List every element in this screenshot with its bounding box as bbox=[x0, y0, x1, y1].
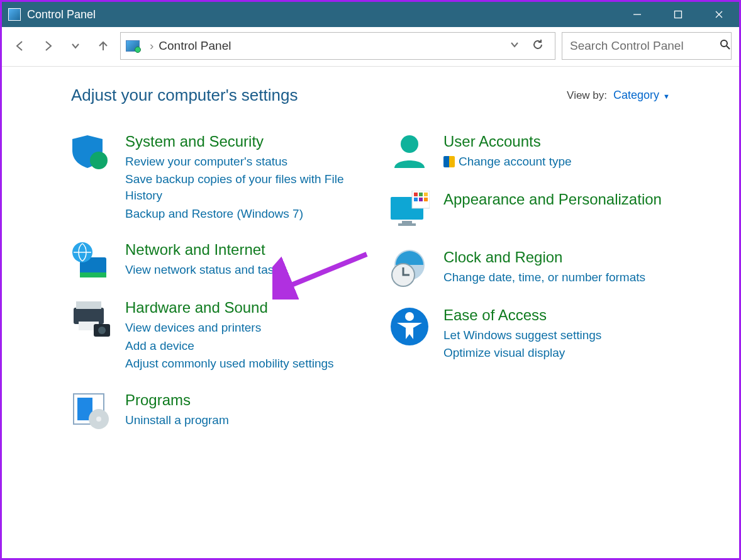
user-accounts-category: User Accounts Change account type bbox=[389, 133, 670, 173]
shield-security-icon bbox=[71, 133, 111, 173]
svg-rect-8 bbox=[80, 272, 106, 277]
search-box[interactable] bbox=[562, 32, 732, 60]
search-input[interactable] bbox=[570, 39, 719, 53]
title-bar: Control Panel bbox=[2, 2, 739, 27]
hardware-and-sound-title[interactable]: Hardware and Sound bbox=[125, 299, 334, 317]
save-backup-file-history-link[interactable]: Save backup copies of your files with Fi… bbox=[125, 171, 352, 203]
network-and-internet-title[interactable]: Network and Internet bbox=[125, 241, 286, 259]
close-button[interactable] bbox=[698, 2, 739, 27]
backup-and-restore-link[interactable]: Backup and Restore (Windows 7) bbox=[125, 206, 352, 222]
clock-and-region-title[interactable]: Clock and Region bbox=[443, 249, 645, 267]
svg-point-4 bbox=[721, 40, 727, 47]
toolbar: › Control Panel bbox=[2, 27, 739, 67]
breadcrumb-separator-icon: › bbox=[150, 39, 153, 53]
printer-camera-icon bbox=[71, 299, 111, 339]
svg-rect-24 bbox=[414, 193, 418, 196]
control-panel-app-icon bbox=[8, 8, 21, 21]
up-button[interactable] bbox=[92, 35, 114, 57]
let-windows-suggest-settings-link[interactable]: Let Windows suggest settings bbox=[443, 327, 601, 344]
address-bar[interactable]: › Control Panel bbox=[120, 32, 555, 60]
recent-locations-button[interactable] bbox=[65, 35, 86, 57]
forward-button[interactable] bbox=[37, 35, 58, 57]
svg-rect-1 bbox=[674, 11, 681, 18]
ease-of-access-icon bbox=[389, 306, 430, 347]
adjust-mobility-settings-link[interactable]: Adjust commonly used mobility settings bbox=[125, 356, 334, 372]
svg-rect-11 bbox=[76, 301, 101, 309]
maximize-button[interactable] bbox=[657, 2, 698, 27]
user-accounts-title[interactable]: User Accounts bbox=[443, 133, 572, 151]
programs-title[interactable]: Programs bbox=[125, 391, 229, 410]
svg-point-19 bbox=[401, 135, 418, 153]
svg-rect-29 bbox=[424, 198, 428, 201]
uninstall-a-program-link[interactable]: Uninstall a program bbox=[125, 412, 229, 428]
change-date-time-formats-link[interactable]: Change date, time, or number formats bbox=[443, 269, 645, 286]
user-avatar-icon bbox=[389, 133, 430, 173]
review-computer-status-link[interactable]: Review your computer's status bbox=[125, 154, 352, 170]
network-globe-icon bbox=[71, 241, 111, 281]
appearance-and-personalization-category: Appearance and Personalization bbox=[389, 191, 670, 231]
search-icon[interactable] bbox=[719, 38, 732, 53]
appearance-and-personalization-title[interactable]: Appearance and Personalization bbox=[443, 191, 662, 209]
refresh-button[interactable] bbox=[531, 38, 545, 55]
minimize-button[interactable] bbox=[616, 2, 657, 27]
page-headline: Adjust your computer's settings bbox=[71, 86, 567, 105]
svg-rect-21 bbox=[402, 221, 412, 223]
view-network-status-link[interactable]: View network status and tasks bbox=[125, 262, 286, 278]
programs-category: Programs Uninstall a program bbox=[71, 391, 352, 432]
system-and-security-category: System and Security Review your computer… bbox=[71, 133, 352, 223]
add-a-device-link[interactable]: Add a device bbox=[125, 338, 334, 354]
view-by-value: Category bbox=[613, 89, 659, 101]
view-by-dropdown[interactable]: Category▼ bbox=[613, 89, 670, 102]
ease-of-access-category: Ease of Access Let Windows suggest setti… bbox=[389, 306, 670, 363]
content-area: Adjust your computer's settings View by:… bbox=[2, 67, 739, 449]
uac-shield-icon bbox=[443, 156, 455, 167]
right-column: User Accounts Change account type Appear… bbox=[389, 133, 670, 449]
chevron-down-icon: ▼ bbox=[663, 92, 670, 100]
control-panel-icon bbox=[126, 40, 140, 52]
svg-point-33 bbox=[405, 312, 414, 321]
svg-line-5 bbox=[727, 46, 730, 49]
svg-point-6 bbox=[90, 152, 108, 169]
svg-rect-22 bbox=[398, 223, 416, 226]
change-account-type-link[interactable]: Change account type bbox=[443, 154, 572, 170]
hardware-and-sound-category: Hardware and Sound View devices and prin… bbox=[71, 299, 352, 374]
network-and-internet-category: Network and Internet View network status… bbox=[71, 241, 352, 281]
svg-point-18 bbox=[96, 417, 101, 422]
optimize-visual-display-link[interactable]: Optimize visual display bbox=[443, 345, 601, 361]
back-button[interactable] bbox=[9, 35, 31, 57]
svg-rect-28 bbox=[419, 198, 423, 201]
svg-point-14 bbox=[98, 327, 106, 334]
svg-rect-25 bbox=[419, 193, 423, 196]
left-column: System and Security Review your computer… bbox=[71, 133, 352, 449]
view-devices-and-printers-link[interactable]: View devices and printers bbox=[125, 320, 334, 336]
svg-rect-26 bbox=[424, 193, 428, 196]
clock-region-icon bbox=[389, 249, 430, 289]
clock-and-region-category: Clock and Region Change date, time, or n… bbox=[389, 249, 670, 289]
monitor-personalization-icon bbox=[389, 191, 430, 231]
ease-of-access-title[interactable]: Ease of Access bbox=[443, 306, 601, 325]
programs-disc-icon bbox=[71, 391, 111, 432]
system-and-security-title[interactable]: System and Security bbox=[125, 133, 352, 151]
svg-rect-27 bbox=[414, 198, 418, 201]
breadcrumb-location[interactable]: Control Panel bbox=[159, 39, 231, 53]
address-dropdown-icon[interactable] bbox=[510, 39, 520, 53]
window-title: Control Panel bbox=[27, 8, 616, 21]
view-by-label: View by: bbox=[567, 89, 607, 102]
